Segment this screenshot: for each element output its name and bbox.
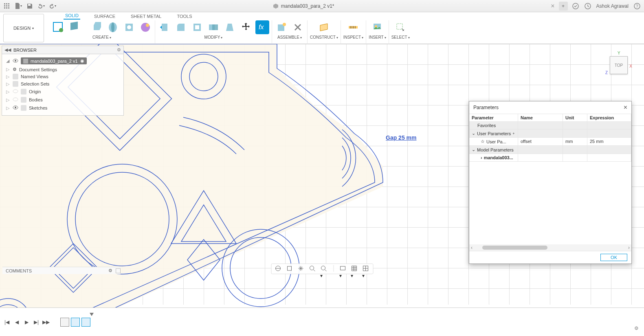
- table-row[interactable]: ☆User Pa... offset mm 25 mm: [469, 138, 631, 146]
- eye-icon[interactable]: [13, 58, 18, 64]
- tree-item-document-settings[interactable]: ▷⚙Document Settings: [4, 66, 123, 73]
- parameters-icon[interactable]: fx: [255, 20, 269, 34]
- chevron-right-icon[interactable]: ›: [481, 155, 482, 160]
- press-pull-icon[interactable]: [158, 20, 171, 34]
- measure-icon[interactable]: [346, 20, 360, 34]
- modify-group-label[interactable]: MODIFY: [204, 35, 223, 40]
- timeline-item-sketch[interactable]: [60, 318, 69, 327]
- construct-group-label[interactable]: CONSTRUCT: [310, 35, 338, 40]
- eye-off-icon[interactable]: [13, 97, 18, 103]
- col-name[interactable]: Name: [518, 114, 563, 121]
- timeline-marker[interactable]: [90, 313, 94, 316]
- new-tab-icon[interactable]: +: [559, 2, 568, 11]
- scrollbar-thumb[interactable]: [482, 246, 547, 250]
- help-icon[interactable]: ?: [633, 2, 641, 10]
- tree-item-named-views[interactable]: ▷Named Views: [4, 73, 123, 80]
- app-menu-icon[interactable]: [3, 2, 11, 10]
- param-unit[interactable]: mm: [563, 138, 587, 145]
- timeline-start-icon[interactable]: |◀: [3, 318, 11, 326]
- param-name[interactable]: offset: [518, 138, 563, 145]
- shell-icon[interactable]: [190, 20, 204, 34]
- tree-item-sketches[interactable]: ▷Sketches: [4, 104, 123, 112]
- emboss-icon[interactable]: [138, 20, 152, 34]
- insert-icon[interactable]: [370, 20, 384, 34]
- browser-settings-icon[interactable]: ⚙: [117, 47, 121, 53]
- ok-button[interactable]: OK: [600, 254, 627, 261]
- grid-settings-icon[interactable]: ▾: [351, 265, 358, 272]
- chevron-down-icon[interactable]: ⌄: [472, 147, 475, 152]
- expand-icon[interactable]: ▷: [5, 105, 10, 111]
- redo-icon[interactable]: ▾: [49, 2, 56, 10]
- display-settings-icon[interactable]: ▾: [339, 265, 347, 272]
- user-parameters-section[interactable]: ⌄User Parameters+: [469, 130, 631, 138]
- expand-icon[interactable]: ▷: [5, 97, 10, 103]
- insert-group-label[interactable]: INSERT: [369, 35, 386, 40]
- look-at-icon[interactable]: [286, 265, 293, 272]
- expand-icon[interactable]: ▷: [5, 81, 10, 87]
- job-status-icon[interactable]: [584, 2, 591, 10]
- new-component-icon[interactable]: [275, 20, 288, 34]
- root-radio-icon[interactable]: ◉: [80, 58, 84, 64]
- pan-icon[interactable]: [297, 265, 305, 272]
- save-icon[interactable]: [26, 2, 33, 10]
- undo-icon[interactable]: ▾: [37, 2, 45, 10]
- assemble-group-label[interactable]: ASSEMBLE: [277, 35, 302, 40]
- timeline-settings-icon[interactable]: ⚙: [633, 325, 640, 332]
- revolve-icon[interactable]: [106, 20, 120, 34]
- tree-item-bodies[interactable]: ▷Bodies: [4, 96, 123, 104]
- star-icon[interactable]: ☆: [481, 139, 485, 144]
- favorites-section[interactable]: Favorites: [469, 122, 631, 130]
- tab-solid[interactable]: SOLID: [64, 12, 80, 20]
- inspect-group-label[interactable]: INSPECT: [343, 35, 363, 40]
- timeline-end-icon[interactable]: ▶▶: [42, 318, 50, 326]
- timeline-item-feature[interactable]: [71, 318, 80, 327]
- comments-bar[interactable]: COMMENTS ⚙: [2, 267, 121, 274]
- timeline-next-icon[interactable]: ▶|: [33, 318, 40, 326]
- timeline-item-feature[interactable]: [81, 318, 90, 327]
- select-icon[interactable]: [393, 20, 407, 34]
- expand-icon[interactable]: ◢: [5, 58, 10, 64]
- new-file-icon[interactable]: ▾: [15, 2, 22, 10]
- comments-settings-icon[interactable]: ⚙: [108, 268, 112, 273]
- plane-icon[interactable]: [317, 20, 331, 34]
- create-sketch-icon[interactable]: [51, 20, 65, 34]
- comments-expand-icon[interactable]: [116, 268, 121, 273]
- extrude-icon[interactable]: [90, 20, 103, 34]
- expand-icon[interactable]: ▷: [5, 89, 10, 94]
- fillet-icon[interactable]: [174, 20, 188, 34]
- combine-icon[interactable]: [207, 20, 220, 34]
- tree-root-row[interactable]: ◢ mandala003_para_2 v1 ◉: [4, 56, 123, 66]
- model-parameters-section[interactable]: ⌄Model Parameters: [469, 146, 631, 154]
- expand-icon[interactable]: ▷: [5, 74, 10, 79]
- user-name-label[interactable]: Ashok Agrawal: [596, 3, 629, 9]
- timeline-play-icon[interactable]: ▶: [23, 318, 30, 326]
- col-expression[interactable]: Expression: [587, 114, 631, 121]
- horizontal-scrollbar[interactable]: ‹ ›: [469, 244, 631, 251]
- browser-collapse-icon[interactable]: ◀◀: [4, 47, 11, 53]
- tab-tools[interactable]: TOOLS: [175, 13, 193, 20]
- zoom-icon[interactable]: [309, 265, 316, 272]
- param-expression[interactable]: 25 mm: [587, 138, 631, 145]
- orbit-icon[interactable]: [275, 265, 282, 272]
- eye-icon[interactable]: [13, 105, 18, 111]
- eye-off-icon[interactable]: [13, 88, 18, 95]
- col-unit[interactable]: Unit: [563, 114, 587, 121]
- dialog-header[interactable]: Parameters ×: [469, 101, 631, 114]
- gap-annotation[interactable]: Gap 25 mm: [386, 134, 416, 141]
- select-group-label[interactable]: SELECT: [391, 35, 410, 40]
- joint-icon[interactable]: [291, 20, 305, 34]
- draft-icon[interactable]: [223, 20, 237, 34]
- tab-sheet-metal[interactable]: SHEET METAL: [129, 13, 163, 20]
- create-form-icon[interactable]: [68, 20, 81, 34]
- chevron-down-icon[interactable]: ⌄: [472, 131, 475, 136]
- workspace-switcher[interactable]: DESIGN ▾: [3, 14, 44, 42]
- hole-icon[interactable]: [122, 20, 136, 34]
- scroll-right-icon[interactable]: ›: [626, 245, 631, 250]
- tab-surface[interactable]: SURFACE: [92, 13, 117, 20]
- col-parameter[interactable]: Parameter: [469, 114, 518, 121]
- viewport-icon[interactable]: ▾: [362, 265, 369, 272]
- close-tab-icon[interactable]: ×: [551, 2, 554, 10]
- timeline-prev-icon[interactable]: ◀: [13, 318, 20, 326]
- expand-icon[interactable]: ▷: [5, 67, 10, 72]
- canvas-area[interactable]: Gap 25 mm TOP X Z ◀◀ BROWSER ⚙ ◢ mandala…: [0, 44, 644, 305]
